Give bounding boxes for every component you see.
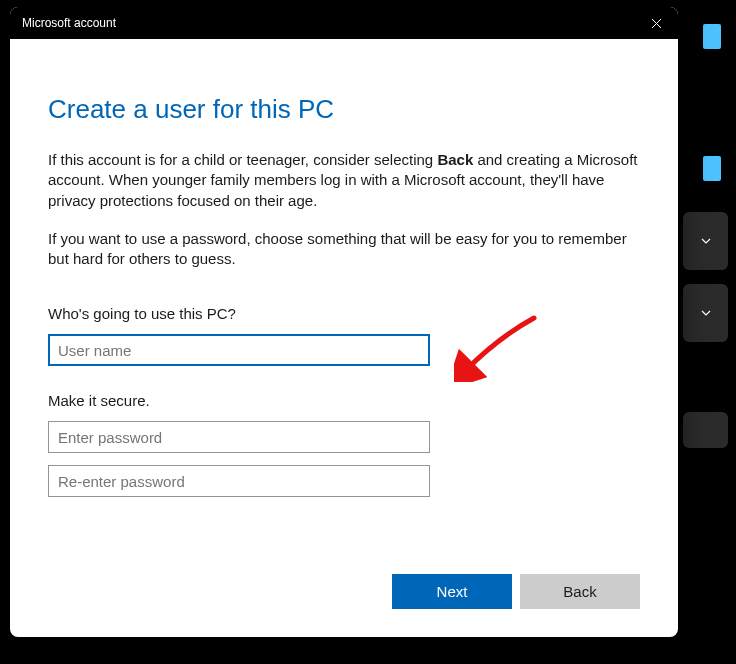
bg-expand-panel[interactable] bbox=[683, 284, 728, 342]
bg-expand-panel[interactable] bbox=[683, 212, 728, 270]
dialog-button-row: Next Back bbox=[392, 574, 640, 609]
window-title: Microsoft account bbox=[22, 16, 646, 30]
bg-panel bbox=[683, 412, 728, 448]
username-placeholder: User name bbox=[58, 342, 131, 359]
back-button[interactable]: Back bbox=[520, 574, 640, 609]
password-input[interactable]: Enter password bbox=[48, 421, 430, 453]
description-paragraph-1: If this account is for a child or teenag… bbox=[48, 150, 640, 211]
create-user-dialog: Microsoft account Create a user for this… bbox=[10, 7, 678, 637]
desc1-bold: Back bbox=[437, 151, 473, 168]
titlebar: Microsoft account bbox=[10, 7, 678, 39]
password-confirm-input[interactable]: Re-enter password bbox=[48, 465, 430, 497]
username-section-label: Who's going to use this PC? bbox=[48, 305, 640, 322]
chevron-down-icon bbox=[700, 307, 712, 319]
chevron-down-icon bbox=[700, 235, 712, 247]
description-paragraph-2: If you want to use a password, choose so… bbox=[48, 229, 640, 270]
dialog-content: Create a user for this PC If this accoun… bbox=[10, 39, 678, 637]
background-panels bbox=[676, 0, 736, 664]
username-input[interactable]: User name bbox=[48, 334, 430, 366]
arrow-annotation-icon bbox=[454, 312, 544, 382]
next-button[interactable]: Next bbox=[392, 574, 512, 609]
bg-accent-tile bbox=[703, 156, 721, 181]
desc1-pre: If this account is for a child or teenag… bbox=[48, 151, 437, 168]
password-placeholder: Enter password bbox=[58, 429, 162, 446]
password-confirm-placeholder: Re-enter password bbox=[58, 473, 185, 490]
close-button[interactable] bbox=[646, 13, 666, 33]
bg-accent-tile bbox=[703, 24, 721, 49]
close-icon bbox=[651, 18, 662, 29]
page-heading: Create a user for this PC bbox=[48, 94, 640, 125]
password-section-label: Make it secure. bbox=[48, 392, 640, 409]
